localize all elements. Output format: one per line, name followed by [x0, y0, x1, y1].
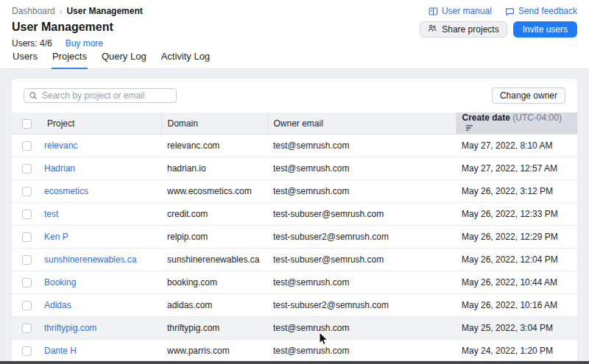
book-icon — [428, 7, 438, 16]
row-checkbox[interactable] — [22, 187, 32, 196]
table-row: sunshinerenewables.ca sunshinerenewables… — [12, 249, 577, 271]
project-link[interactable]: test — [44, 209, 58, 219]
table-row: test credit.com test-subuser@semrush.com… — [12, 203, 577, 226]
create-date-cell: May 24, 2022, 1:20 PM — [456, 340, 577, 362]
row-checkbox[interactable] — [22, 324, 32, 333]
chat-bubble-icon — [505, 7, 515, 16]
tab-query-log[interactable]: Query Log — [101, 51, 147, 69]
breadcrumb-current: User Management — [66, 6, 142, 16]
users-count: Users: 4/6 — [12, 38, 52, 49]
invite-users-label: Invite users — [523, 24, 568, 35]
tab-activity-log[interactable]: Activity Log — [161, 51, 211, 69]
tab-users[interactable]: Users — [12, 51, 38, 69]
column-header-create-date[interactable]: Create date (UTC-04:00) — [456, 113, 577, 135]
row-checkbox[interactable] — [22, 164, 32, 174]
tab-projects[interactable]: Projects — [52, 51, 88, 69]
table-row: thriftypig.com thriftypig.com test@semru… — [12, 317, 577, 340]
user-manual-label: User manual — [442, 6, 492, 16]
projects-table: Project Domain Owner email Create date (… — [12, 113, 577, 361]
domain-cell: booking.com — [161, 271, 267, 294]
create-date-cell: May 26, 2022, 10:44 AM — [456, 271, 577, 294]
column-header-owner-email: Owner email — [267, 113, 456, 135]
project-link[interactable]: Hadrian — [44, 163, 75, 174]
domain-cell: adidas.com — [161, 294, 267, 317]
create-date-label: Create date — [462, 113, 510, 123]
domain-cell: relpip.com — [161, 226, 267, 249]
share-users-icon — [428, 24, 437, 35]
domain-cell: credit.com — [161, 203, 267, 226]
create-date-cell: May 27, 2022, 8:10 AM — [456, 135, 577, 157]
invite-users-button[interactable]: Invite users — [513, 21, 577, 38]
create-date-cell: May 26, 2022, 12:33 PM — [456, 203, 577, 226]
table-header-row: Project Domain Owner email Create date (… — [12, 113, 577, 135]
page-header: Dashboard › User Management User Managem… — [0, 0, 589, 69]
project-link[interactable]: Adidas — [44, 300, 71, 310]
table-row: Hadrian hadrian.io test@semrush.com May … — [12, 157, 577, 180]
table-body: relevanc relevanc.com test@semrush.com M… — [12, 135, 577, 362]
breadcrumb: Dashboard › User Management — [12, 6, 143, 16]
share-projects-button[interactable]: Share projects — [420, 21, 507, 38]
project-link[interactable]: Booking — [44, 277, 76, 288]
table-toolbar: Change owner — [12, 79, 577, 113]
column-header-domain: Domain — [161, 113, 267, 135]
page-title: User Management — [12, 21, 113, 34]
table-row: relevanc relevanc.com test@semrush.com M… — [12, 135, 577, 157]
send-feedback-link[interactable]: Send feedback — [505, 6, 577, 16]
share-projects-label: Share projects — [442, 24, 498, 35]
table-row: Ken P relpip.com test-subuser2@semrush.c… — [12, 226, 577, 249]
owner-email-cell: test@semrush.com — [267, 180, 456, 203]
chevron-right-icon: › — [60, 7, 63, 15]
create-date-cell: May 26, 2022, 12:04 PM — [456, 249, 577, 271]
owner-email-cell: test-subuser@semrush.com — [267, 203, 456, 226]
domain-cell: sunshinerenewables.ca — [161, 249, 267, 271]
screenshot-bottom-bar — [0, 361, 589, 364]
project-link[interactable]: Dante H — [44, 346, 77, 356]
project-link[interactable]: ecosmetics — [44, 186, 88, 196]
create-date-cell: May 26, 2022, 3:12 PM — [456, 180, 577, 203]
row-checkbox[interactable] — [22, 232, 32, 242]
domain-cell: relevanc.com — [161, 135, 267, 157]
projects-panel: Change owner Project Domain Owner email … — [12, 79, 577, 361]
row-checkbox[interactable] — [22, 255, 32, 265]
table-row: Adidas adidas.com test-subuser2@semrush.… — [12, 294, 577, 317]
project-link[interactable]: thriftypig.com — [44, 323, 96, 333]
domain-cell: www.parris.com — [161, 340, 267, 362]
owner-email-cell: test@semrush.com — [267, 271, 456, 294]
table-row: Dante H www.parris.com test@semrush.com … — [12, 340, 577, 362]
create-date-cell: May 25, 2022, 3:04 PM — [456, 317, 577, 340]
owner-email-cell: test@semrush.com — [267, 135, 456, 157]
owner-email-cell: test-subuser2@semrush.com — [267, 294, 456, 317]
sort-descending-icon — [465, 124, 473, 134]
owner-email-cell: test@semrush.com — [267, 340, 456, 362]
table-row: ecosmetics www.ecosmetics.com test@semru… — [12, 180, 577, 203]
table-row: Booking booking.com test@semrush.com May… — [12, 271, 577, 294]
row-checkbox[interactable] — [22, 278, 32, 288]
tab-bar: UsersProjectsQuery LogActivity Log — [12, 51, 211, 69]
owner-email-cell: test@semrush.com — [267, 157, 456, 180]
send-feedback-label: Send feedback — [518, 6, 577, 16]
create-date-timezone: (UTC-04:00) — [512, 113, 562, 123]
owner-email-cell: test-subuser2@semrush.com — [267, 226, 456, 249]
owner-email-cell: test@semrush.com — [267, 317, 456, 340]
row-checkbox[interactable] — [22, 346, 32, 356]
create-date-cell: May 26, 2022, 12:29 PM — [456, 226, 577, 249]
buy-more-link[interactable]: Buy more — [66, 38, 103, 49]
domain-cell: www.ecosmetics.com — [161, 180, 267, 203]
column-header-project: Project — [41, 113, 161, 135]
project-link[interactable]: sunshinerenewables.ca — [44, 254, 136, 265]
row-checkbox[interactable] — [22, 210, 32, 219]
domain-cell: hadrian.io — [161, 157, 267, 180]
search-input[interactable] — [24, 88, 177, 103]
row-checkbox[interactable] — [22, 141, 32, 151]
project-link[interactable]: Ken P — [44, 232, 68, 242]
owner-email-cell: test-subuser@semrush.com — [267, 249, 456, 271]
breadcrumb-dashboard[interactable]: Dashboard — [12, 6, 55, 16]
change-owner-button[interactable]: Change owner — [492, 88, 565, 104]
user-manual-link[interactable]: User manual — [428, 6, 492, 16]
create-date-cell: May 26, 2022, 10:16 AM — [456, 294, 577, 317]
select-all-checkbox[interactable] — [22, 119, 32, 129]
row-checkbox[interactable] — [22, 301, 32, 310]
domain-cell: thriftypig.com — [161, 317, 267, 340]
project-link[interactable]: relevanc — [44, 140, 77, 151]
create-date-cell: May 27, 2022, 12:57 AM — [456, 157, 577, 180]
